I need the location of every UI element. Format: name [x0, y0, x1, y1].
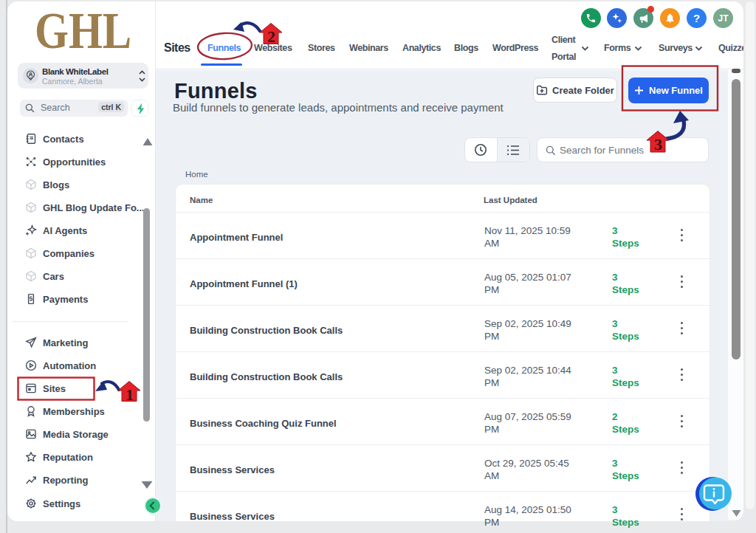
svg-text:1: 1	[126, 385, 134, 404]
svg-text:3: 3	[654, 135, 662, 154]
svg-text:2: 2	[267, 27, 275, 46]
